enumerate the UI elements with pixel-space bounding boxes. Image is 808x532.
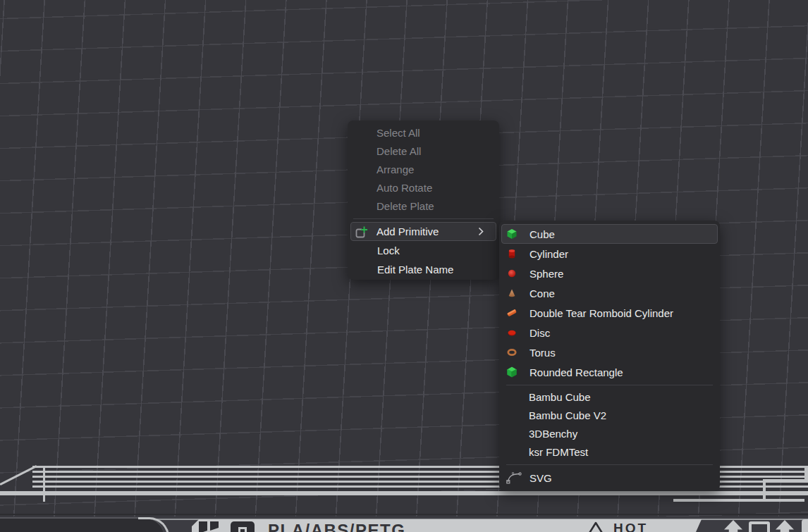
menu-item-auto-rotate: Auto Rotate [348,179,499,197]
submenu-item-rounded-rectangle[interactable]: Rounded Rectangle [501,362,718,382]
plate-brand-icon [231,521,257,532]
plate-marking-partial [802,519,808,532]
cone-icon [506,287,518,299]
plate-front-face: PLA/ABS/PETG HOT [0,516,808,532]
plate-material-label: PLA/ABS/PETG [268,521,405,532]
plate-front-seam [0,514,808,515]
menu-item-arrange: Arrange [348,161,499,179]
3d-viewport[interactable]: PLA/ABS/PETG HOT Select All Delete All A… [0,0,808,532]
menu-item-delete-plate: Delete Plate [348,197,499,216]
double-tear-romboid-cylinder-icon [506,307,518,318]
submenu-item-sphere[interactable]: Sphere [501,264,718,283]
cube-icon [506,228,518,240]
submenu-item-label: Cone [530,287,555,299]
plate-label-strip: PLA/ABS/PETG HOT [192,519,703,532]
submenu-item-ksr-fdmtest[interactable]: ksr FDMTest [499,443,720,462]
menu-item-label: Edit Plate Name [351,264,453,276]
submenu-arrow-icon [478,227,496,236]
submenu-item-bambu-cube-v2[interactable]: Bambu Cube V2 [499,407,720,425]
menu-separator [353,218,494,219]
submenu-item-bambu-cube[interactable]: Bambu Cube [499,388,720,407]
submenu-item-label: Torus [530,347,556,359]
bezier-curve-icon [506,472,522,483]
submenu-item-torus[interactable]: Torus [501,342,718,362]
submenu-item-svg[interactable]: SVG [501,468,718,488]
submenu-item-label: Cylinder [530,248,568,260]
menu-item-label: Lock [351,245,400,256]
rounded-rectangle-icon [506,366,518,378]
submenu-item-cube[interactable]: Cube [501,224,718,244]
submenu-separator [506,464,713,465]
context-menu: Select All Delete All Arrange Auto Rotat… [348,120,499,280]
submenu-item-label: Double Tear Romboid Cylinder [530,307,673,319]
menu-item-add-primitive[interactable]: Add Primitive [350,222,496,241]
submenu-item-label: Cube [530,228,555,240]
plate-lift-arrow-icon [776,520,794,532]
submenu-item-double-tear-romboid-cylinder[interactable]: Double Tear Romboid Cylinder [501,303,718,323]
torus-icon [506,347,518,358]
plate-lift-arrow-icon [724,520,742,532]
menu-item-delete-all: Delete All [348,142,499,161]
submenu-item-cone[interactable]: Cone [501,283,718,303]
submenu-item-label: Disc [530,327,550,339]
submenu-item-label: SVG [530,472,552,484]
hot-surface-warning-icon [585,521,606,532]
submenu-item-label: Rounded Rectangle [530,366,623,378]
bambu-logo-icon [198,521,219,532]
plate-square-marking [749,521,770,532]
cylinder-icon [506,248,518,259]
add-primitive-icon [355,225,368,241]
submenu-item-label: Sphere [530,268,563,280]
submenu-item-disc[interactable]: Disc [501,323,718,342]
add-primitive-submenu: Cube Cylinder Sphere [499,221,720,491]
menu-item-select-all: Select All [348,124,499,142]
menu-item-edit-plate-name[interactable]: Edit Plate Name [350,260,496,279]
submenu-item-cylinder[interactable]: Cylinder [501,244,718,264]
sphere-icon [506,268,518,279]
hot-label: HOT [613,521,648,532]
menu-item-lock[interactable]: Lock [350,241,496,260]
submenu-item-3dbenchy[interactable]: 3DBenchy [499,425,720,443]
disc-icon [506,327,518,338]
submenu-separator [506,385,713,385]
